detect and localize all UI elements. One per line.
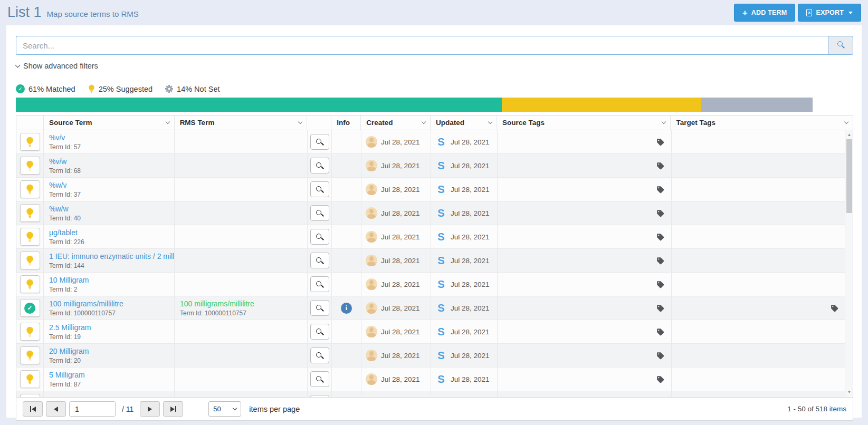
- lookup-button[interactable]: [310, 371, 329, 387]
- source-term-link[interactable]: %w/w: [49, 205, 69, 213]
- source-tag-icon[interactable]: [656, 233, 664, 241]
- add-term-button[interactable]: + ADD TERM: [734, 4, 796, 22]
- export-label: EXPORT: [816, 9, 844, 16]
- lookup-button[interactable]: [310, 229, 329, 245]
- status-button[interactable]: ✓: [20, 299, 40, 317]
- first-page-button[interactable]: [23, 401, 43, 417]
- target-tag-icon[interactable]: [831, 304, 838, 312]
- sort-chevron-icon[interactable]: [298, 120, 302, 124]
- scroll-down-icon[interactable]: ▼: [845, 389, 853, 396]
- source-tag-icon[interactable]: [656, 186, 664, 194]
- avatar-icon: [366, 302, 377, 314]
- status-button[interactable]: ✓: [20, 275, 40, 293]
- status-button[interactable]: ✓: [20, 133, 40, 151]
- search-button[interactable]: [828, 36, 853, 55]
- sort-chevron-icon[interactable]: [488, 120, 492, 124]
- header-created[interactable]: Created: [361, 115, 431, 130]
- lookup-button[interactable]: [310, 347, 329, 363]
- source-term-link[interactable]: 20 Milligram: [49, 347, 89, 355]
- header-source-term[interactable]: Source Term: [44, 115, 175, 130]
- terms-grid: Source Term RMS Term Info Created Update…: [16, 115, 853, 421]
- source-term-link[interactable]: µg/tablet: [49, 228, 78, 237]
- lookup-button[interactable]: [310, 158, 329, 173]
- lookup-button[interactable]: [310, 181, 329, 197]
- sort-chevron-icon[interactable]: [422, 120, 426, 124]
- avatar-icon: [366, 207, 377, 219]
- header-updated[interactable]: Updated: [431, 115, 497, 130]
- source-term-link[interactable]: %v/v: [49, 133, 65, 142]
- created-date: Jul 28, 2021: [381, 304, 420, 312]
- source-tag-icon[interactable]: [656, 138, 664, 146]
- status-button[interactable]: ✓: [20, 346, 40, 364]
- source-term-id: Term Id: 226: [49, 238, 84, 246]
- source-tag-icon[interactable]: [656, 209, 664, 217]
- lightbulb-icon: [26, 184, 34, 195]
- content-card: Show advanced filters ✓ 61% Matched 25% …: [6, 25, 862, 418]
- lightbulb-icon: [26, 208, 34, 218]
- match-progress-bar: [16, 98, 813, 112]
- header-source-tags[interactable]: Source Tags: [497, 115, 671, 130]
- source-term-link[interactable]: 5 Milligram: [49, 371, 85, 379]
- lookup-button[interactable]: [310, 134, 329, 150]
- source-term-id: Term Id: 100000110757: [49, 310, 116, 317]
- excel-file-icon: x: [806, 9, 812, 16]
- advanced-filters-toggle[interactable]: Show advanced filters: [16, 62, 137, 70]
- source-tag-icon[interactable]: [656, 352, 664, 360]
- created-date: Jul 28, 2021: [381, 162, 420, 170]
- sort-chevron-icon[interactable]: [662, 120, 666, 124]
- scrollbar-thumb[interactable]: [846, 139, 852, 213]
- source-tag-icon[interactable]: [656, 304, 664, 312]
- stat-matched: ✓ 61% Matched: [16, 84, 75, 93]
- search-input[interactable]: [16, 36, 828, 55]
- status-button[interactable]: ✓: [20, 370, 40, 388]
- page-number-input[interactable]: [69, 401, 116, 417]
- created-date: Jul 28, 2021: [381, 209, 420, 217]
- source-tag-icon[interactable]: [656, 281, 664, 288]
- status-button[interactable]: ✓: [20, 252, 40, 269]
- header-rms-term[interactable]: RMS Term: [175, 115, 308, 130]
- source-tag-icon[interactable]: [656, 375, 664, 383]
- progress-matched: [16, 98, 502, 112]
- sort-chevron-icon[interactable]: [165, 120, 169, 124]
- sort-chevron-icon[interactable]: [844, 120, 848, 124]
- system-logo-icon: S: [435, 302, 447, 314]
- previous-page-button[interactable]: [46, 401, 66, 417]
- status-button[interactable]: [20, 394, 40, 397]
- page-size-select[interactable]: 50: [208, 401, 241, 417]
- status-button[interactable]: ✓: [20, 180, 40, 198]
- lookup-button[interactable]: [310, 395, 329, 397]
- source-tag-icon[interactable]: [656, 257, 664, 265]
- source-tag-icon[interactable]: [656, 162, 664, 170]
- source-term-link[interactable]: 2.5 Milligram: [49, 323, 91, 332]
- magnifier-icon: [316, 186, 323, 194]
- table-row: ✓ 1 IEU: immuno enzymatic units / 2 mill…: [16, 249, 846, 273]
- lookup-button[interactable]: [310, 253, 329, 268]
- source-tag-icon[interactable]: [656, 328, 664, 336]
- lookup-button[interactable]: [310, 324, 329, 340]
- vertical-scrollbar[interactable]: ▲ ▼: [845, 130, 853, 397]
- source-term-link[interactable]: %v/w: [49, 157, 66, 166]
- toolbar-actions: + ADD TERM x EXPORT: [734, 4, 861, 22]
- export-button[interactable]: x EXPORT: [798, 4, 861, 22]
- items-per-page-label: items per page: [249, 405, 300, 413]
- next-page-button[interactable]: [140, 401, 160, 417]
- status-button[interactable]: ✓: [20, 204, 40, 222]
- info-icon[interactable]: i: [341, 303, 352, 314]
- status-button[interactable]: ✓: [20, 157, 40, 175]
- status-button[interactable]: ✓: [20, 228, 40, 246]
- lookup-button[interactable]: [310, 300, 329, 316]
- source-term-link[interactable]: 1 IEU: immuno enzymatic units / 2 millil…: [49, 252, 175, 260]
- source-term-link[interactable]: 100 milligrams/millilitre: [49, 300, 123, 308]
- caret-down-icon: [848, 12, 853, 14]
- source-term-link[interactable]: %w/v: [49, 181, 66, 189]
- source-term-link[interactable]: 10 Milligram: [49, 276, 89, 284]
- gear-icon: [165, 85, 173, 93]
- scroll-up-icon[interactable]: ▲: [845, 131, 853, 139]
- header-target-tags[interactable]: Target Tags: [671, 115, 853, 130]
- created-date: Jul 28, 2021: [381, 375, 420, 383]
- status-button[interactable]: ✓: [20, 323, 40, 341]
- last-page-button[interactable]: [163, 401, 183, 417]
- lookup-button[interactable]: [310, 205, 329, 221]
- lookup-button[interactable]: [310, 276, 329, 292]
- lightbulb-icon: [26, 326, 34, 337]
